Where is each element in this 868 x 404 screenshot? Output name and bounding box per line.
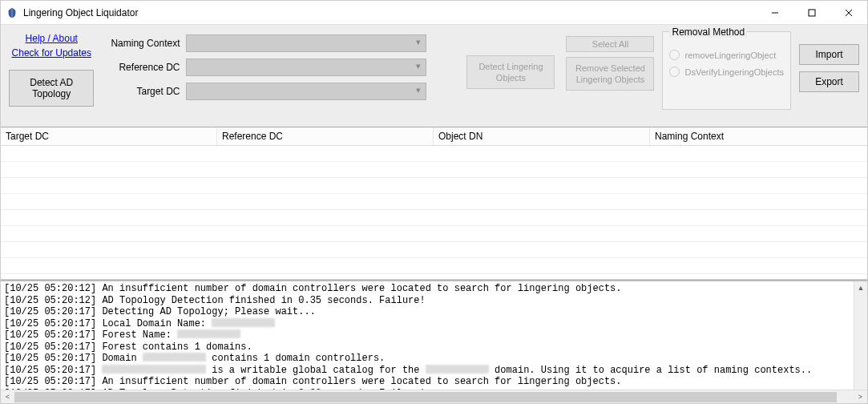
naming-context-row: Naming Context — [102, 34, 426, 52]
app-icon — [6, 6, 18, 19]
grid-row-empty — [1, 194, 867, 210]
toolbar-left-column: Help / About Check for Updates Detect AD… — [9, 31, 94, 107]
redacted-text: xxxxxxxxxxxxxxxxxx — [102, 365, 206, 374]
log-timestamp: [10/25 05:20:17] — [4, 365, 96, 376]
log-timestamp: [10/25 05:20:17] — [4, 341, 96, 353]
grid-row-empty — [1, 226, 867, 242]
select-remove-column: Select All Remove SelectedLingering Obje… — [566, 36, 654, 91]
log-text: An insufficient number of domain control… — [96, 376, 621, 387]
log-line: [10/25 05:20:17] Local Domain Name: xxxx… — [4, 318, 850, 330]
grid-row-empty — [1, 210, 867, 226]
hscroll-track[interactable] — [14, 390, 854, 403]
redacted-text: xxxxxxxxxxx — [212, 318, 275, 327]
removal-radio-1-label: removeLingeringObject — [684, 50, 776, 60]
scroll-left-arrow-icon[interactable]: < — [1, 393, 14, 401]
import-export-column: Import Export — [799, 44, 859, 92]
log-timestamp: [10/25 05:20:17] — [4, 353, 96, 364]
log-timestamp: [10/25 05:20:17] — [4, 306, 96, 317]
hscroll-thumb[interactable] — [14, 392, 837, 402]
log-timestamp: [10/25 05:20:12] — [4, 283, 96, 294]
naming-context-combo[interactable] — [186, 34, 426, 52]
svg-rect-2 — [809, 10, 815, 16]
log-timestamp: [10/25 05:20:12] — [4, 295, 96, 306]
grid-header-row: Target DC Reference DC Object DN Naming … — [1, 127, 867, 146]
log-line: [10/25 05:20:17] Forest contains 1 domai… — [4, 341, 850, 354]
log-text: AD Topology Detection finished in 0.35 s… — [96, 295, 425, 306]
app-window: Lingering Object Liquidator Help / About… — [0, 0, 868, 404]
grid-header-naming-context[interactable]: Naming Context — [650, 127, 867, 145]
log-timestamp: [10/25 05:20:17] — [4, 376, 96, 387]
log-text: An insufficient number of domain control… — [96, 283, 621, 294]
close-button[interactable] — [830, 1, 867, 25]
removal-option-ds-verify[interactable]: DsVerifyLingeringObjects — [669, 67, 784, 77]
log-horizontal-scrollbar[interactable]: < > — [1, 390, 867, 403]
reference-dc-label: Reference DC — [102, 62, 186, 73]
log-line: [10/25 05:20:12] AD Topology Detection f… — [4, 295, 850, 307]
grid-header-object-dn[interactable]: Object DN — [434, 127, 650, 145]
log-panel: [10/25 05:20:12] An insufficient number … — [1, 280, 867, 390]
detect-topology-button[interactable]: Detect AD Topology — [9, 70, 94, 107]
grid-row-empty — [1, 178, 867, 194]
combo-column: Naming Context Reference DC Target DC — [102, 34, 426, 100]
import-button[interactable]: Import — [799, 44, 859, 65]
grid-header-reference-dc[interactable]: Reference DC — [217, 127, 434, 145]
log-text: Forest contains 1 domains. — [96, 341, 252, 353]
removal-method-legend: Removal Method — [669, 26, 747, 38]
select-all-button[interactable]: Select All — [566, 36, 654, 52]
target-dc-row: Target DC — [102, 83, 426, 100]
grid-row-empty — [1, 162, 867, 178]
detect-lingering-button[interactable]: Detect LingeringObjects — [466, 55, 555, 89]
reference-dc-combo[interactable] — [186, 59, 426, 76]
remove-selected-button[interactable]: Remove SelectedLingering Objects — [566, 57, 654, 91]
reference-dc-row: Reference DC — [102, 59, 426, 76]
log-timestamp: [10/25 05:20:17] — [4, 329, 96, 341]
target-dc-combo[interactable] — [186, 83, 426, 100]
help-about-link[interactable]: Help / About — [26, 31, 78, 46]
removal-radio-2[interactable] — [669, 67, 680, 77]
log-line: [10/25 05:20:17] xxxxxxxxxxxxxxxxxx is a… — [4, 365, 850, 377]
grid-row-empty — [1, 146, 867, 162]
log-line: [10/25 05:20:17] Domain xxxxxxxxxxx cont… — [4, 353, 850, 365]
log-text: domain. Using it to acquire a list of na… — [489, 365, 812, 376]
log-text: contains 1 domain controllers. — [206, 353, 385, 364]
redacted-text: xxxxxxxxxxx — [177, 329, 240, 338]
redacted-text: xxxxxxxxxxx — [426, 365, 489, 374]
titlebar: Lingering Object Liquidator — [1, 1, 867, 25]
log-text — [96, 365, 102, 376]
check-updates-link[interactable]: Check for Updates — [12, 46, 91, 60]
naming-context-label: Naming Context — [102, 38, 186, 49]
log-text: Local Domain Name: — [96, 318, 212, 329]
log-timestamp: [10/25 05:20:17] — [4, 318, 96, 329]
log-text: Domain — [96, 353, 143, 364]
log-text: Forest Name: — [96, 329, 177, 341]
log-text: Detecting AD Topology; Please wait... — [96, 306, 316, 317]
log-text: is a writable global catalog for the — [206, 365, 426, 376]
removal-radio-1[interactable] — [669, 50, 680, 60]
removal-method-group: Removal Method removeLingeringObject DsV… — [662, 31, 791, 110]
scroll-up-arrow-icon[interactable]: ▲ — [854, 281, 867, 295]
log-output[interactable]: [10/25 05:20:12] An insufficient number … — [1, 281, 854, 390]
grid-header-target-dc[interactable]: Target DC — [1, 127, 217, 145]
window-title: Lingering Object Liquidator — [23, 7, 138, 18]
removal-option-remove-lingering[interactable]: removeLingeringObject — [669, 50, 784, 60]
grid-row-empty — [1, 258, 867, 274]
log-line: [10/25 05:20:17] Forest Name: xxxxxxxxxx… — [4, 329, 850, 341]
log-line: [10/25 05:20:17] Detecting AD Topology; … — [4, 306, 850, 318]
log-vertical-scrollbar[interactable]: ▲ — [854, 281, 867, 390]
minimize-button[interactable] — [757, 1, 793, 25]
log-line: [10/25 05:20:12] An insufficient number … — [4, 283, 850, 295]
grid-body — [1, 146, 867, 274]
results-grid[interactable]: Target DC Reference DC Object DN Naming … — [1, 127, 867, 280]
target-dc-label: Target DC — [102, 86, 186, 97]
maximize-button[interactable] — [793, 1, 830, 25]
toolbar: Help / About Check for Updates Detect AD… — [1, 25, 867, 127]
log-line: [10/25 05:20:17] An insufficient number … — [4, 376, 850, 388]
export-button[interactable]: Export — [799, 71, 859, 92]
grid-row-empty — [1, 242, 867, 258]
scroll-right-arrow-icon[interactable]: > — [854, 393, 867, 401]
redacted-text: xxxxxxxxxxx — [143, 353, 206, 362]
detect-lingering-column: Detect LingeringObjects — [466, 55, 555, 89]
removal-radio-2-label: DsVerifyLingeringObjects — [684, 67, 784, 77]
